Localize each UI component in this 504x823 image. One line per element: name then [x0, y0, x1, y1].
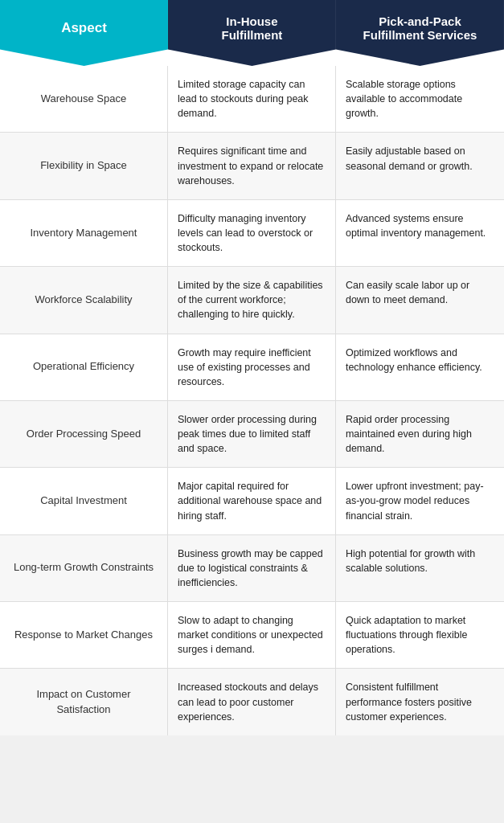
- aspect-cell: Response to Market Changes: [0, 602, 168, 668]
- table-row: Capital InvestmentMajor capital required…: [0, 468, 504, 534]
- pickpack-cell: Consistent fulfillment performance foste…: [336, 669, 504, 735]
- aspect-header-label: Aspect: [61, 20, 107, 36]
- aspect-cell: Inventory Management: [0, 200, 168, 266]
- table-row: Operational EfficiencyGrowth may require…: [0, 334, 504, 401]
- aspect-cell: Flexibility in Space: [0, 133, 168, 199]
- table-row: Long-term Growth ConstraintsBusiness gro…: [0, 535, 504, 602]
- aspect-header: Aspect: [0, 0, 168, 66]
- aspect-cell: Warehouse Space: [0, 66, 168, 132]
- table-row: Warehouse SpaceLimited storage capacity …: [0, 66, 504, 133]
- inhouse-cell: Limited by the size & capabilities of th…: [168, 267, 336, 333]
- pickpack-cell: Lower upfront investment; pay-as-you-gro…: [336, 468, 504, 534]
- inhouse-cell: Limited storage capacity can lead to sto…: [168, 66, 336, 132]
- comparison-table: Aspect In-HouseFulfillment Pick-and-Pack…: [0, 0, 504, 735]
- aspect-cell: Long-term Growth Constraints: [0, 535, 168, 601]
- inhouse-cell: Slow to adapt to changing market conditi…: [168, 602, 336, 668]
- inhouse-header: In-HouseFulfillment: [168, 0, 336, 66]
- pickpack-cell: Can easily scale labor up or down to mee…: [336, 267, 504, 333]
- inhouse-cell: Slower order processing during peak time…: [168, 401, 336, 467]
- pickpack-cell: Advanced systems ensure optimal inventor…: [336, 200, 504, 266]
- table-row: Response to Market ChangesSlow to adapt …: [0, 602, 504, 669]
- table-row: Impact on Customer SatisfactionIncreased…: [0, 669, 504, 735]
- pickpack-cell: Easily adjustable based on seasonal dema…: [336, 133, 504, 199]
- table-row: Order Processing SpeedSlower order proce…: [0, 401, 504, 468]
- pickpack-cell: Rapid order processing maintained even d…: [336, 401, 504, 467]
- aspect-cell: Operational Efficiency: [0, 334, 168, 400]
- pickpack-cell: Quick adaptation to market fluctuations …: [336, 602, 504, 668]
- table-row: Workforce ScalabilityLimited by the size…: [0, 267, 504, 334]
- table-header: Aspect In-HouseFulfillment Pick-and-Pack…: [0, 0, 504, 66]
- pickpack-cell: Optimized workflows and technology enhan…: [336, 334, 504, 400]
- aspect-cell: Capital Investment: [0, 468, 168, 534]
- pickpack-cell: Scalable storage options available to ac…: [336, 66, 504, 132]
- table-row: Flexibility in SpaceRequires significant…: [0, 133, 504, 199]
- pickpack-cell: High potential for growth with scalable …: [336, 535, 504, 601]
- pickpack-header: Pick-and-PackFulfillment Services: [336, 0, 504, 66]
- inhouse-cell: Growth may require inefficient use of ex…: [168, 334, 336, 400]
- inhouse-cell: Requires significant time and investment…: [168, 133, 336, 199]
- aspect-cell: Order Processing Speed: [0, 401, 168, 467]
- inhouse-cell: Major capital required for additional wa…: [168, 468, 336, 534]
- table-body: Warehouse SpaceLimited storage capacity …: [0, 66, 504, 735]
- pickpack-header-label: Pick-and-PackFulfillment Services: [363, 14, 477, 42]
- aspect-cell: Workforce Scalability: [0, 267, 168, 333]
- aspect-cell: Impact on Customer Satisfaction: [0, 669, 168, 735]
- inhouse-cell: Increased stockouts and delays can lead …: [168, 669, 336, 735]
- table-row: Inventory ManagementDifficulty managing …: [0, 200, 504, 267]
- inhouse-cell: Difficulty managing inventory levels can…: [168, 200, 336, 266]
- inhouse-cell: Business growth may be capped due to log…: [168, 535, 336, 601]
- inhouse-header-label: In-HouseFulfillment: [222, 14, 283, 42]
